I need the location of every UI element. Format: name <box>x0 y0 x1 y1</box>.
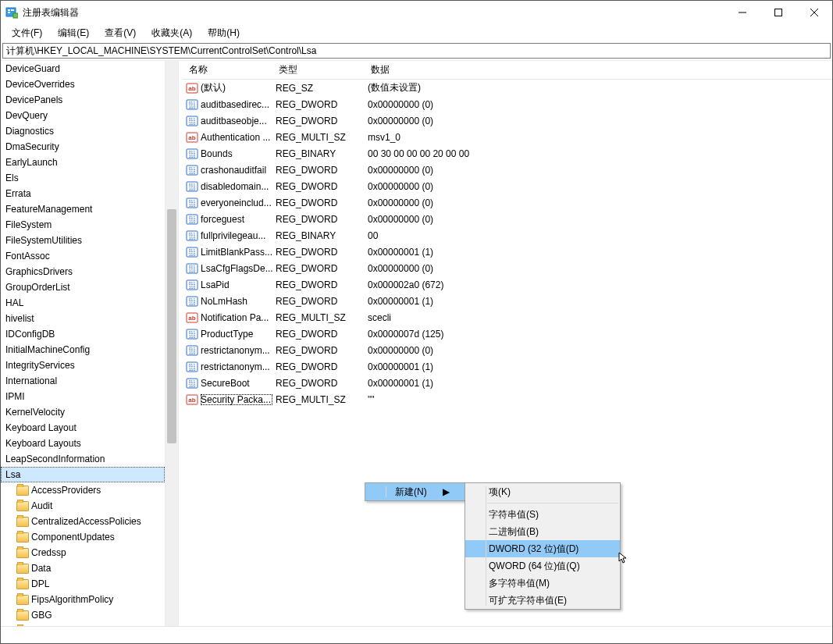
tree-item[interactable]: FontAssoc <box>1 248 165 264</box>
tree-item[interactable]: InitialMachineConfig <box>1 342 165 358</box>
tree-item[interactable]: HAL <box>1 295 165 311</box>
menu-view[interactable]: 查看(V) <box>97 25 144 41</box>
list-row[interactable]: 011110forceguestREG_DWORD0x00000000 (0) <box>183 211 832 227</box>
tree-item[interactable]: Keyboard Layouts <box>1 436 165 451</box>
list-row[interactable]: 011110LsaCfgFlagsDe...REG_DWORD0x0000000… <box>183 260 832 276</box>
tree-item[interactable]: FileSystemUtilities <box>1 233 165 248</box>
menu-item-dword[interactable]: DWORD (32 位)值(D) <box>465 540 620 557</box>
tree-item[interactable]: DeviceGuard <box>1 61 165 76</box>
menu-item-expand[interactable]: 可扩充字符串值(E) <box>465 592 620 609</box>
tree-item[interactable]: DeviceOverrides <box>1 76 165 92</box>
context-submenu-new[interactable]: 项(K) 字符串值(S) 二进制值(B) DWORD (32 位)值(D) QW… <box>465 482 621 610</box>
menu-favorites[interactable]: 收藏夹(A) <box>144 25 200 41</box>
cell-data: 0x00000000 (0) <box>365 197 832 208</box>
list-row[interactable]: 011110LimitBlankPass...REG_DWORD0x000000… <box>183 244 832 260</box>
list-row[interactable]: 011110SecureBootREG_DWORD0x00000001 (1) <box>183 375 832 391</box>
cell-type: REG_DWORD <box>272 296 365 307</box>
list-row[interactable]: 011110everyoneinclud...REG_DWORD0x000000… <box>183 194 832 211</box>
list-row[interactable]: 011110NoLmHashREG_DWORD0x00000001 (1) <box>183 293 832 309</box>
cell-data: "" <box>365 394 832 405</box>
tree-item[interactable]: IDConfigDB <box>1 326 165 342</box>
tree-item[interactable]: ComponentUpdates <box>1 529 165 545</box>
tree-item[interactable]: Els <box>1 170 165 186</box>
tree-item[interactable]: Keyboard Layout <box>1 420 165 436</box>
tree-item[interactable]: Audit <box>1 498 165 514</box>
cell-type: REG_DWORD <box>272 279 365 290</box>
list-row[interactable]: ab(默认)REG_SZ(数值未设置) <box>183 80 832 96</box>
tree-item[interactable]: LeapSecondInformation <box>1 451 165 467</box>
tree-item-label: GroupOrderList <box>5 282 70 293</box>
list-row[interactable]: 011110auditbasedirec...REG_DWORD0x000000… <box>183 96 832 112</box>
tree-view[interactable]: DeviceGuardDeviceOverridesDevicePanelsDe… <box>1 61 165 626</box>
tree-item[interactable]: KernelVelocity <box>1 404 165 420</box>
tree-item[interactable]: hivelist <box>1 311 165 326</box>
tree-item[interactable]: CentralizedAccessPolicies <box>1 514 165 529</box>
tree-item[interactable]: DevQuery <box>1 108 165 123</box>
tree-item-label: CentralizedAccessPolicies <box>31 516 141 527</box>
close-button[interactable] <box>796 1 832 24</box>
svg-text:110: 110 <box>189 236 196 240</box>
address-text: 计算机\HKEY_LOCAL_MACHINE\SYSTEM\CurrentCon… <box>6 44 316 58</box>
menu-item-string[interactable]: 字符串值(S) <box>465 506 620 523</box>
tree-item-label: AccessProviders <box>31 485 101 496</box>
titlebar[interactable]: 注册表编辑器 <box>1 1 832 24</box>
menu-item-new[interactable]: 新建(N) ▶ <box>365 483 465 500</box>
maximize-button[interactable] <box>760 1 796 24</box>
list-row[interactable]: 011110LsaPidREG_DWORD0x000002a0 (672) <box>183 276 832 293</box>
tree-item[interactable]: Data <box>1 560 165 576</box>
list-row[interactable]: 011110disabledomain...REG_DWORD0x0000000… <box>183 178 832 194</box>
list-row[interactable]: 011110restrictanonym...REG_DWORD0x000000… <box>183 358 832 375</box>
list-row[interactable]: abAuthentication ...REG_MULTI_SZmsv1_0 <box>183 129 832 145</box>
scrollbar-thumb[interactable] <box>167 209 176 443</box>
tree-item[interactable]: FileSystem <box>1 217 165 233</box>
tree-item[interactable]: Lsa <box>1 467 165 482</box>
tree-item[interactable]: Credssp <box>1 545 165 560</box>
tree-item[interactable]: DPL <box>1 576 165 592</box>
menu-file[interactable]: 文件(F) <box>4 25 50 41</box>
list-row[interactable]: 011110restrictanonym...REG_DWORD0x000000… <box>183 342 832 358</box>
menu-edit[interactable]: 编辑(E) <box>50 25 97 41</box>
cell-data: msv1_0 <box>365 132 832 143</box>
address-bar[interactable]: 计算机\HKEY_LOCAL_MACHINE\SYSTEM\CurrentCon… <box>2 43 831 59</box>
tree-item[interactable]: DevicePanels <box>1 92 165 108</box>
menu-help[interactable]: 帮助(H) <box>200 25 247 41</box>
tree-item[interactable]: GroupOrderList <box>1 279 165 295</box>
tree-item[interactable]: IPMI <box>1 389 165 404</box>
menu-item-qword[interactable]: QWORD (64 位)值(Q) <box>465 557 620 575</box>
tree-item[interactable]: JD <box>1 623 165 626</box>
tree-item[interactable]: GBG <box>1 607 165 623</box>
menu-item-multi[interactable]: 多字符串值(M) <box>465 575 620 592</box>
tree-item[interactable]: GraphicsDrivers <box>1 264 165 279</box>
tree-item-label: DeviceGuard <box>5 63 60 74</box>
list-row[interactable]: 011110ProductTypeREG_DWORD0x0000007d (12… <box>183 326 832 342</box>
tree-item[interactable]: Diagnostics <box>1 123 165 139</box>
tree-item[interactable]: AccessProviders <box>1 482 165 498</box>
tree-item[interactable]: International <box>1 373 165 389</box>
list-row[interactable]: 011110crashonauditfailREG_DWORD0x0000000… <box>183 162 832 178</box>
cell-data: 0x00000001 (1) <box>365 296 832 307</box>
tree-item[interactable]: FipsAlgorithmPolicy <box>1 592 165 607</box>
tree-item-label: KernelVelocity <box>5 407 65 418</box>
list-row[interactable]: 011110auditbaseobje...REG_DWORD0x0000000… <box>183 112 832 129</box>
header-name[interactable]: 名称 <box>183 63 272 76</box>
list-row[interactable]: 011110BoundsREG_BINARY00 30 00 00 00 20 … <box>183 145 832 162</box>
tree-item[interactable]: Errata <box>1 186 165 201</box>
tree-item[interactable]: DmaSecurity <box>1 139 165 155</box>
cell-data: 0x00000000 (0) <box>365 99 832 110</box>
tree-item[interactable]: EarlyLaunch <box>1 155 165 170</box>
cell-data: scecli <box>365 312 832 323</box>
header-type[interactable]: 类型 <box>272 63 365 76</box>
list-row[interactable]: abSecurity Packa...REG_MULTI_SZ"" <box>183 391 832 407</box>
header-data[interactable]: 数据 <box>365 63 832 76</box>
minimize-button[interactable] <box>724 1 760 24</box>
list-row[interactable]: abNotification Pa...REG_MULTI_SZscecli <box>183 309 832 326</box>
menu-item-binary[interactable]: 二进制值(B) <box>465 523 620 540</box>
tree-item[interactable]: FeatureManagement <box>1 201 165 217</box>
list-row[interactable]: 011110fullprivilegeau...REG_BINARY00 <box>183 227 832 244</box>
menu-item-key[interactable]: 项(K) <box>465 483 620 500</box>
tree-item[interactable]: IntegrityServices <box>1 358 165 373</box>
svg-text:110: 110 <box>189 383 196 388</box>
tree-scrollbar[interactable] <box>165 61 178 626</box>
tree-panel: DeviceGuardDeviceOverridesDevicePanelsDe… <box>1 61 179 626</box>
context-menu-new[interactable]: 新建(N) ▶ <box>365 482 466 501</box>
